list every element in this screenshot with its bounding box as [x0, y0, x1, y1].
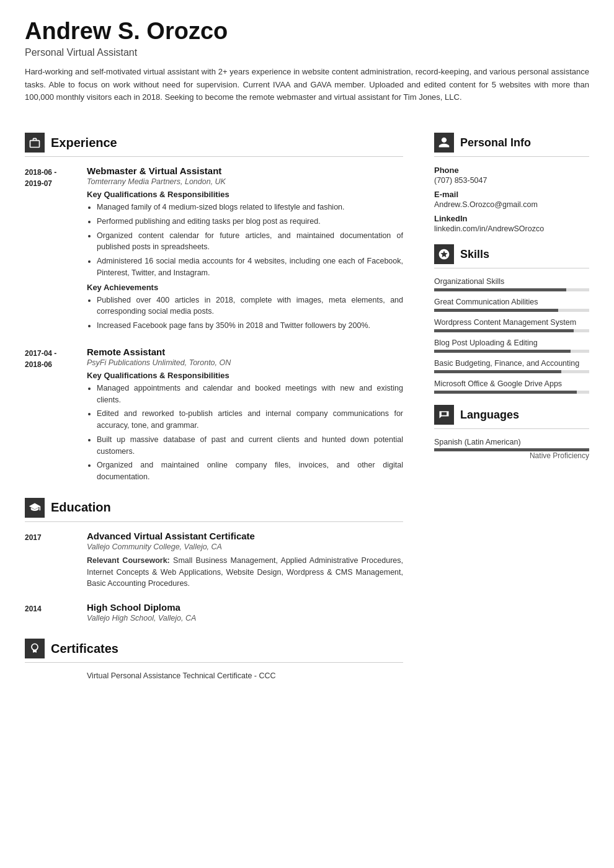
- graduation-icon: [25, 498, 45, 518]
- list-item: Increased Facebook page fans by 350% in …: [97, 320, 403, 332]
- skill-bar-fill-3: [434, 350, 571, 353]
- education-entry-1: 2017 Advanced Virtual Assistant Certific…: [25, 531, 403, 590]
- resume-header: Andrew S. Orozco Personal Virtual Assist…: [25, 19, 589, 104]
- skill-bar-bg-1: [434, 309, 589, 312]
- skill-item-4: Basic Budgeting, Finance, and Accounting: [434, 359, 589, 373]
- exp1-date: 2018-06 - 2019-07: [25, 166, 81, 334]
- briefcase-icon: [25, 133, 45, 153]
- skill-name-3: Blog Post Uploading & Editing: [434, 339, 589, 347]
- languages-icon: [434, 405, 454, 425]
- coursework-label: Relevant Coursework:: [87, 556, 170, 565]
- exp1-ach-heading: Key Achievements: [87, 283, 403, 292]
- skill-name-4: Basic Budgeting, Finance, and Accounting: [434, 359, 589, 368]
- experience-entry-2: 2017-04 - 2018-06 Remote Assistant PsyFi…: [25, 347, 403, 485]
- personal-info-header: Personal Info: [434, 133, 589, 153]
- skill-item-3: Blog Post Uploading & Editing: [434, 339, 589, 353]
- phone-item: Phone (707) 853-5047: [434, 166, 589, 185]
- certificate-icon: [25, 639, 45, 658]
- languages-heading: Languages: [460, 409, 519, 422]
- linkedin-label: LinkedIn: [434, 214, 589, 223]
- experience-section-header: Experience: [25, 133, 403, 153]
- edu2-title: High School Diploma: [87, 602, 403, 613]
- skill-name-5: Microsoft Office & Google Drive Apps: [434, 379, 589, 388]
- experience-heading: Experience: [51, 136, 117, 150]
- list-item: Organized content calendar for future ar…: [97, 230, 403, 254]
- skill-name-0: Organizational Skills: [434, 277, 589, 286]
- exp2-date: 2017-04 - 2018-06: [25, 347, 81, 485]
- skill-bar-bg-5: [434, 391, 589, 394]
- skill-item-1: Great Communication Abilities: [434, 298, 589, 312]
- skills-section-header: Skills: [434, 244, 589, 264]
- edu1-content: Advanced Virtual Assistant Certificate V…: [87, 531, 403, 590]
- edu1-coursework: Relevant Coursework: Small Business Mana…: [87, 555, 403, 590]
- list-item: Edited and reworked to-publish articles …: [97, 408, 403, 432]
- list-item: Managed family of 4 medium-sized blogs r…: [97, 202, 403, 213]
- education-divider: [25, 521, 403, 522]
- exp1-qual-heading: Key Qualifications & Responsibilities: [87, 190, 403, 199]
- language-item-0: Spanish (Latin American) Native Proficie…: [434, 438, 589, 460]
- exp2-qualifications: Managed appointments and calendar and bo…: [87, 383, 403, 483]
- exp1-title: Webmaster & Virtual Assistant: [87, 166, 403, 176]
- skills-divider: [434, 268, 589, 268]
- list-item: Organized and maintained online company …: [97, 459, 403, 483]
- skill-bar-bg-0: [434, 288, 589, 291]
- skills-heading: Skills: [460, 248, 489, 261]
- exp1-company: Tomterrany Media Partners, London, UK: [87, 177, 403, 186]
- skill-name-2: Wordpress Content Management System: [434, 318, 589, 327]
- skill-bar-bg-2: [434, 329, 589, 332]
- language-name-0: Spanish (Latin American): [434, 438, 589, 446]
- exp2-content: Remote Assistant PsyFi Publications Unli…: [87, 347, 403, 485]
- list-item: Performed publishing and editing tasks p…: [97, 216, 403, 228]
- skill-bar-fill-4: [434, 370, 561, 373]
- skill-bar-bg-4: [434, 370, 589, 373]
- language-level-0: Native Proficiency: [434, 451, 589, 460]
- personal-info-heading: Personal Info: [460, 136, 531, 149]
- experience-divider: [25, 156, 403, 157]
- edu1-title: Advanced Virtual Assistant Certificate: [87, 531, 403, 541]
- linkedin-item: LinkedIn linkedin.com/in/AndrewSOrozco: [434, 214, 589, 233]
- education-heading: Education: [51, 500, 111, 515]
- list-item: Managed appointments and calendar and bo…: [97, 383, 403, 406]
- phone-label: Phone: [434, 166, 589, 175]
- email-item: E-mail Andrew.S.Orozco@gmail.com: [434, 190, 589, 209]
- skill-item-2: Wordpress Content Management System: [434, 318, 589, 332]
- certificates-heading: Certificates: [51, 642, 118, 656]
- person-icon: [434, 133, 454, 153]
- personal-info-divider: [434, 156, 589, 157]
- certificate-entry-1: Virtual Personal Assistance Technical Ce…: [25, 671, 403, 680]
- list-item: Administered 16 social media accounts fo…: [97, 255, 403, 279]
- skill-bar-bg-3: [434, 350, 589, 353]
- exp1-achievements: Published over 400 articles in 2018, com…: [87, 294, 403, 332]
- candidate-summary: Hard-working and self-motivated virtual …: [25, 66, 589, 104]
- candidate-title: Personal Virtual Assistant: [25, 47, 589, 58]
- phone-value: (707) 853-5047: [434, 176, 589, 185]
- edu2-date: 2014: [25, 602, 81, 626]
- exp1-qualifications: Managed family of 4 medium-sized blogs r…: [87, 202, 403, 279]
- edu2-content: High School Diploma Vallejo High School,…: [87, 602, 403, 626]
- exp2-company: PsyFi Publications Unlimited, Toronto, O…: [87, 358, 403, 367]
- languages-divider: [434, 428, 589, 429]
- skill-bar-fill-1: [434, 309, 558, 312]
- skill-item-0: Organizational Skills: [434, 277, 589, 291]
- certificates-divider: [25, 662, 403, 663]
- left-column: Experience 2018-06 - 2019-07 Webmaster &…: [25, 122, 422, 843]
- linkedin-value: linkedin.com/in/AndrewSOrozco: [434, 224, 589, 233]
- skill-bar-fill-2: [434, 329, 574, 332]
- email-label: E-mail: [434, 190, 589, 199]
- exp1-content: Webmaster & Virtual Assistant Tomterrany…: [87, 166, 403, 334]
- edu1-date: 2017: [25, 531, 81, 590]
- cert1-title: Virtual Personal Assistance Technical Ce…: [87, 671, 403, 680]
- cert1-date: [25, 671, 81, 680]
- candidate-name: Andrew S. Orozco: [25, 19, 589, 45]
- skill-bar-fill-0: [434, 288, 566, 291]
- education-section-header: Education: [25, 498, 403, 518]
- skill-bar-fill-5: [434, 391, 577, 394]
- experience-entry-1: 2018-06 - 2019-07 Webmaster & Virtual As…: [25, 166, 403, 334]
- languages-section-header: Languages: [434, 405, 589, 425]
- skills-icon: [434, 244, 454, 264]
- exp2-title: Remote Assistant: [87, 347, 403, 357]
- list-item: Built up massive database of past and cu…: [97, 434, 403, 458]
- exp2-qual-heading: Key Qualifications & Responsibilities: [87, 371, 403, 380]
- list-item: Published over 400 articles in 2018, com…: [97, 294, 403, 318]
- email-value: Andrew.S.Orozco@gmail.com: [434, 200, 589, 209]
